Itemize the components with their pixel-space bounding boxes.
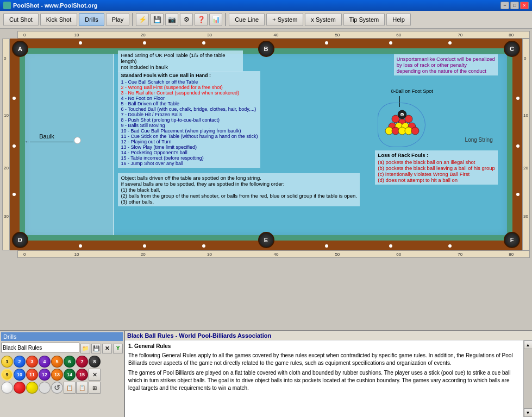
drills-open-btn[interactable]: 📁 (80, 344, 90, 353)
ball-red[interactable] (14, 382, 26, 394)
play-button[interactable]: Play (106, 13, 129, 26)
title-controls: − □ × (500, 2, 529, 9)
ball-grid-row1: 1 2 3 4 5 6 7 8 (1, 356, 123, 368)
ruler-bot-60: 60 (396, 252, 401, 257)
diamond-b1 (79, 244, 82, 248)
foul-12: 12 - Playing out of Turn (121, 139, 258, 144)
ball-empty[interactable] (39, 382, 51, 394)
drills-title: Drills (1, 332, 123, 341)
section1-title: 1. General Rules (128, 343, 520, 350)
ruler-bot-40: 40 (274, 252, 279, 257)
ruler-left: 0 10 20 30 (2, 39, 10, 250)
separator-2 (225, 13, 226, 26)
foul-2: 2 - Wrong Ball First (suspended for a fr… (121, 85, 258, 90)
head-string-box: Head String of UK Pool Table (1/5 of the… (118, 50, 243, 72)
icon-btn-5[interactable]: ❓ (195, 13, 208, 26)
action-btn-3[interactable]: ⊞ (89, 382, 101, 394)
rack-foul-c: (c) intentionally violates Wrong Ball Fi… (378, 171, 495, 177)
ruler-70: 70 (458, 33, 462, 37)
conduct-box: Unsportsmanlike Conduct will be penalize… (394, 54, 498, 75)
ball-3[interactable]: 3 (26, 356, 38, 368)
section1-text: The following General Rules apply to all… (128, 352, 520, 367)
fouls-title: Standard Fouls with Cue Ball in Hand : (121, 73, 258, 78)
ball-reset[interactable]: ↺ (51, 382, 63, 394)
ball-6[interactable]: 6 (64, 356, 76, 368)
x-system-button[interactable]: x System (305, 13, 341, 26)
diamond-r2 (516, 144, 520, 148)
pocket-a: A (12, 41, 28, 57)
ball-9[interactable]: 9 (1, 369, 13, 381)
ruler-left-30: 30 (4, 214, 9, 219)
ruler-top: 0 10 20 30 40 50 60 70 80 (17, 31, 530, 39)
long-string-label: Long String (465, 137, 493, 143)
ball-13[interactable]: 13 (51, 369, 63, 381)
ball-10[interactable]: 10 (14, 369, 26, 381)
pool-table-felt: A B C D E F Baulk ←————————→ (10, 39, 522, 250)
tip-system-button[interactable]: Tip System (343, 13, 385, 26)
cue-ball (74, 137, 81, 144)
section2-text: The games of Pool Billiards are played o… (128, 369, 520, 392)
plus-system-button[interactable]: + System (266, 13, 303, 26)
ball-11[interactable]: 11 (26, 369, 38, 381)
foul-14: 14 - Pocketing Opponent's ball (121, 150, 258, 155)
icon-btn-2[interactable]: 💾 (151, 13, 164, 26)
foul-9: 9 - Balls Still Moving (121, 123, 258, 128)
baulk-arrow: ←————————→ (24, 138, 79, 144)
pocket-d: D (12, 232, 28, 248)
close-button[interactable]: × (520, 2, 529, 9)
ball-yellow[interactable] (26, 382, 38, 394)
ball-4[interactable]: 4 (39, 356, 51, 368)
ruler-right-10: 10 (523, 113, 528, 118)
rack-fouls-title: Loss of Rack Fouls : (378, 152, 495, 158)
icon-btn-1[interactable]: ⚡ (136, 13, 149, 26)
rack-foul-a: (a) pockets the black ball on an illegal… (378, 159, 495, 165)
window-title: PoolShot - www.PoolShot.org (13, 2, 97, 9)
ball-2[interactable]: 2 (14, 356, 26, 368)
ball-5[interactable]: 5 (51, 356, 63, 368)
ball-15[interactable]: 15 (76, 369, 88, 381)
help-button[interactable]: Help (386, 13, 411, 26)
icon-btn-3[interactable]: 📷 (165, 13, 178, 26)
fouls-box: Standard Fouls with Cue Ball in Hand : 1… (118, 71, 260, 168)
pocket-f: F (504, 232, 520, 248)
drills-button[interactable]: Drills (79, 13, 104, 26)
ruler-right-20: 20 (523, 166, 528, 170)
x-btn[interactable]: ✕ (89, 369, 101, 381)
kick-shot-button[interactable]: Kick Shot (40, 13, 77, 26)
ball-7[interactable]: 7 (76, 356, 88, 368)
action-btn-1[interactable]: 📋 (64, 382, 76, 394)
diamond-r1 (516, 97, 520, 100)
ball-grid-row3: ↺ 📋 📋 ⊞ (1, 382, 123, 394)
minimize-button[interactable]: − (500, 2, 509, 9)
drills-search-input[interactable] (1, 343, 79, 352)
ruler-20: 20 (141, 33, 146, 37)
drills-close-btn[interactable]: ✕ (102, 344, 112, 353)
cushion-right (507, 48, 512, 241)
ruler-bot-0: 0 (23, 252, 26, 257)
ball-12[interactable]: 12 (39, 369, 51, 381)
drills-save-btn[interactable]: 💾 (91, 344, 101, 353)
diamond-b6 (448, 244, 452, 248)
ruler-bottom: 0 10 20 30 40 50 60 70 80 (17, 250, 530, 258)
ruler-60: 60 (396, 33, 401, 37)
pocket-e: E (258, 232, 274, 248)
action-btn-2[interactable]: 📋 (76, 382, 88, 394)
cut-shot-button[interactable]: Cut Shot (3, 13, 39, 26)
maximize-button[interactable]: □ (510, 2, 519, 9)
scroll-down-btn[interactable]: ▼ (524, 408, 533, 417)
scroll-up-btn[interactable]: ▲ (524, 340, 533, 349)
ball-14[interactable]: 14 (64, 369, 76, 381)
ruler-right: 0 10 20 30 (522, 39, 530, 250)
ball-grid-row2: 9 10 11 12 13 14 15 ✕ (1, 369, 123, 381)
ball-8[interactable]: 8 (89, 356, 101, 368)
ruler-bot-80: 80 (509, 252, 514, 257)
rack-foul-b: (b) pockets the black ball leaving a bal… (378, 165, 495, 171)
ball-1[interactable]: 1 (1, 356, 13, 368)
icon-btn-6[interactable]: 📊 (209, 13, 222, 26)
drills-y-btn[interactable]: Y (113, 344, 123, 353)
cue-line-button[interactable]: Cue Line (229, 13, 265, 26)
table-row: 0 10 20 30 A B (2, 39, 530, 250)
diamond-t1 (79, 41, 82, 45)
ball-cue[interactable] (1, 382, 13, 394)
icon-btn-4[interactable]: ⚙ (180, 13, 193, 26)
